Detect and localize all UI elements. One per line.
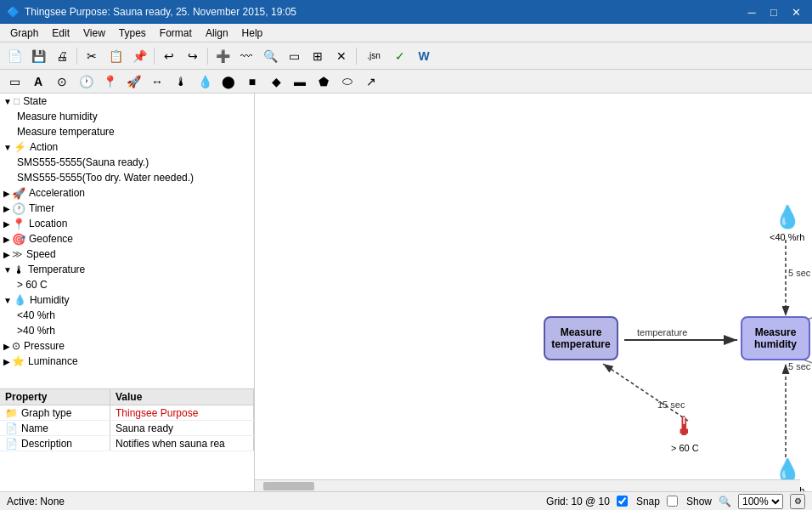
- prop-description-key: 📄 Description: [0, 436, 110, 450]
- luminance-label: Luminance: [28, 355, 78, 367]
- tree-item-acceleration[interactable]: ▶ 🚀 Acceleration: [0, 185, 254, 201]
- json-button[interactable]: .jsn: [360, 45, 387, 67]
- menu-help[interactable]: Help: [235, 26, 270, 41]
- menu-format[interactable]: Format: [153, 26, 199, 41]
- tree-item-sms2[interactable]: SMS555-5555(Too dry. Water needed.): [0, 170, 254, 185]
- show-checkbox[interactable]: [667, 496, 678, 507]
- tree-item-temperature[interactable]: ▼ 🌡 Temperature: [0, 262, 254, 277]
- canvas-hscroll[interactable]: [255, 479, 800, 491]
- expand-icon[interactable]: ▶: [3, 204, 10, 213]
- menu-graph[interactable]: Graph: [3, 26, 45, 41]
- grid-button[interactable]: ⊞: [307, 45, 329, 67]
- copy-button[interactable]: 📋: [104, 45, 127, 67]
- expand-icon[interactable]: ▶: [3, 235, 10, 244]
- prop-row-description[interactable]: 📄 Description Notifies when sauna rea: [0, 436, 254, 451]
- menu-edit[interactable]: Edit: [45, 26, 76, 41]
- tree-item-state[interactable]: ▼ □ State: [0, 94, 254, 109]
- drop-tool-button[interactable]: 💧: [194, 71, 216, 93]
- diag-tool-button[interactable]: ↗: [360, 71, 382, 93]
- separator: [154, 48, 155, 65]
- menu-view[interactable]: View: [76, 26, 112, 41]
- circle-tool-button[interactable]: ⬤: [217, 71, 240, 93]
- tree-item-geofence[interactable]: ▶ 🎯 Geofence: [0, 231, 254, 246]
- tree-item-location[interactable]: ▶ 📍 Location: [0, 216, 254, 231]
- tree-panel[interactable]: ▼ □ State Measure humidity Measure tempe…: [0, 94, 254, 389]
- thermometer-label: > 60 C: [671, 443, 699, 453]
- snap-checkbox[interactable]: [617, 496, 628, 507]
- add-button[interactable]: ➕: [211, 45, 234, 67]
- expand-icon[interactable]: ▼: [3, 296, 12, 305]
- select-button[interactable]: ▭: [3, 71, 25, 93]
- orbit-button[interactable]: ⊙: [51, 71, 73, 93]
- statusbar-right: Grid: 10 @ 10 Snap Show 🔍 100% 75% 150% …: [546, 494, 805, 509]
- tree-item-pressure[interactable]: ▶ ⊙ Pressure: [0, 338, 254, 354]
- expand-icon[interactable]: ▶: [3, 357, 10, 366]
- tree-item-measure-temperature[interactable]: Measure temperature: [0, 124, 254, 139]
- sms2-label: SMS555-5555(Too dry. Water needed.): [17, 172, 194, 184]
- timer-label: Timer: [29, 202, 54, 214]
- delete-button[interactable]: ✕: [330, 45, 352, 67]
- arrow-tool-button[interactable]: ↔: [146, 71, 168, 93]
- zoom-select[interactable]: 100% 75% 150%: [738, 494, 783, 509]
- maximize-button[interactable]: □: [764, 3, 783, 21]
- location-tool-button[interactable]: 📍: [99, 71, 121, 93]
- tree-item-measure-humidity[interactable]: Measure humidity: [0, 109, 254, 124]
- measure-temperature-node[interactable]: Measuretemperature: [544, 316, 618, 360]
- tree-item-sms1[interactable]: SMS555-5555(Sauna ready.): [0, 155, 254, 170]
- measure-humidity-node-label: Measurehumidity: [754, 326, 797, 350]
- paste-button[interactable]: 📌: [128, 45, 150, 67]
- diamond-tool-button[interactable]: ◆: [265, 71, 287, 93]
- accel-tool-button[interactable]: 🚀: [122, 71, 144, 93]
- close-button[interactable]: ✕: [787, 3, 805, 21]
- location-label: Location: [29, 218, 67, 230]
- hscroll-thumb[interactable]: [263, 482, 314, 490]
- hex-tool-button[interactable]: ⬟: [313, 71, 335, 93]
- therm-tool-button[interactable]: 🌡: [170, 71, 192, 93]
- timer-tool-button[interactable]: 🕐: [75, 71, 97, 93]
- undo-button[interactable]: ↩: [158, 45, 180, 67]
- new-button[interactable]: 📄: [3, 45, 25, 67]
- print-button[interactable]: 🖨: [51, 45, 73, 67]
- ellipse-tool-button[interactable]: ⬭: [336, 71, 358, 93]
- tree-item-timer[interactable]: ▶ 🕐 Timer: [0, 201, 254, 216]
- freeform-button[interactable]: 〰: [235, 45, 257, 67]
- measure-temperature-label: Measure temperature: [17, 126, 115, 138]
- prop-row-graphtype[interactable]: 📁 Graph type Thingsee Purpose: [0, 405, 254, 421]
- redo-button[interactable]: ↪: [182, 45, 204, 67]
- minimize-button[interactable]: ─: [742, 3, 761, 21]
- expand-icon[interactable]: ▶: [3, 219, 10, 229]
- line-tool-button[interactable]: ▬: [289, 71, 311, 93]
- active-status: Active: None: [7, 496, 65, 507]
- tree-item-speed[interactable]: ▶ ≫ Speed: [0, 246, 254, 262]
- expand-icon[interactable]: ▼: [3, 143, 12, 152]
- zoom-button[interactable]: 🔍: [259, 45, 281, 67]
- rect-button[interactable]: ▭: [283, 45, 305, 67]
- expand-icon[interactable]: ▼: [3, 265, 12, 275]
- temperature-arrow-label: temperature: [637, 327, 687, 337]
- tree-item-temp-val[interactable]: > 60 C: [0, 277, 254, 292]
- app-icon: 🔷: [7, 6, 20, 18]
- tree-item-luminance[interactable]: ▶ ⭐ Luminance: [0, 354, 254, 369]
- tree-item-action[interactable]: ▼ ⚡ Action: [0, 139, 254, 155]
- tree-item-humidity[interactable]: ▼ 💧 Humidity: [0, 292, 254, 308]
- menu-types[interactable]: Types: [112, 26, 153, 41]
- expand-icon[interactable]: ▶: [3, 250, 10, 259]
- expand-icon[interactable]: ▶: [3, 189, 10, 198]
- tree-item-humidity-high[interactable]: >40 %rh: [0, 323, 254, 338]
- separator: [207, 48, 208, 65]
- save-button[interactable]: 💾: [27, 45, 49, 67]
- cut-button[interactable]: ✂: [81, 45, 103, 67]
- rect-tool-button[interactable]: ■: [241, 71, 263, 93]
- zoom-action-button[interactable]: ⚙: [790, 494, 805, 509]
- expand-icon[interactable]: ▶: [3, 342, 10, 351]
- text-button[interactable]: A: [27, 71, 49, 93]
- prop-row-name[interactable]: 📄 Name Sauna ready: [0, 421, 254, 436]
- tree-item-humidity-low[interactable]: <40 %rh: [0, 308, 254, 323]
- measure-humidity-node[interactable]: Measurehumidity: [741, 316, 810, 360]
- menu-align[interactable]: Align: [199, 26, 235, 41]
- validate-button[interactable]: ✓: [389, 45, 411, 67]
- zoom-icon: 🔍: [719, 496, 731, 507]
- canvas-area[interactable]: temperature 5 sec 5 sec 15 sec Measurete…: [255, 94, 812, 491]
- word-button[interactable]: W: [413, 45, 435, 67]
- expand-icon[interactable]: ▼: [3, 97, 12, 106]
